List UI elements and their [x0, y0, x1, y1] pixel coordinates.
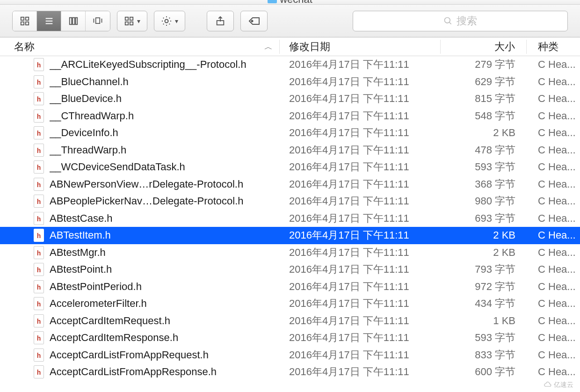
file-name: AcceptCardListFromAppResponse.h	[50, 366, 217, 378]
file-kind: C Hea...	[527, 366, 580, 378]
folder-icon	[268, 0, 277, 3]
svg-rect-2	[21, 22, 23, 24]
file-row[interactable]: __ARCLiteKeyedSubscripting__-Protocol.h2…	[0, 56, 580, 73]
column-header-size[interactable]: 大小	[441, 40, 527, 54]
tags-button[interactable]	[240, 11, 268, 31]
watermark: 亿速云	[541, 380, 576, 390]
file-date: 2016年4月17日 下午11:11	[280, 75, 441, 89]
file-size: 368 字节	[441, 177, 527, 191]
view-mode-group	[12, 11, 110, 31]
header-file-icon	[34, 246, 44, 259]
file-date: 2016年4月17日 下午11:11	[280, 143, 441, 157]
file-size: 2 KB	[441, 247, 527, 259]
file-name: __ARCLiteKeyedSubscripting__-Protocol.h	[50, 58, 246, 71]
file-date: 2016年4月17日 下午11:11	[280, 365, 441, 379]
file-kind: C Hea...	[527, 144, 580, 156]
file-size: 600 字节	[441, 365, 527, 379]
column-headers: 名称 ︿ 修改日期 大小 种类	[0, 37, 580, 56]
file-date: 2016年4月17日 下午11:11	[280, 211, 441, 225]
file-kind: C Hea...	[527, 110, 580, 122]
file-row[interactable]: ABtestPoint.h2016年4月17日 下午11:11793 字节C H…	[0, 261, 580, 278]
header-file-icon	[34, 229, 44, 242]
file-name: __BlueChannel.h	[50, 76, 129, 88]
file-kind: C Hea...	[527, 127, 580, 139]
search-placeholder: 搜索	[457, 14, 477, 28]
svg-rect-9	[75, 17, 77, 24]
search-input[interactable]: 搜索	[353, 11, 568, 31]
file-row[interactable]: __BlueChannel.h2016年4月17日 下午11:11629 字节C…	[0, 73, 580, 91]
file-row[interactable]: ABtestMgr.h2016年4月17日 下午11:112 KBC Hea..…	[0, 244, 580, 261]
file-name: AccelerometerFilter.h	[50, 298, 147, 310]
file-date: 2016年4月17日 下午11:11	[280, 92, 441, 106]
file-row[interactable]: __WCDeviceSendDataTask.h2016年4月17日 下午11:…	[0, 159, 580, 176]
file-kind: C Hea...	[527, 315, 580, 327]
file-name: ABtestCase.h	[50, 212, 113, 225]
file-kind: C Hea...	[527, 161, 580, 173]
header-file-icon	[34, 58, 44, 71]
column-header-name[interactable]: 名称 ︿	[0, 40, 280, 54]
view-coverflow[interactable]	[86, 11, 110, 31]
file-row[interactable]: ABtestCase.h2016年4月17日 下午11:11693 字节C He…	[0, 210, 580, 227]
file-size: 833 字节	[441, 348, 527, 362]
view-icon-grid[interactable]	[13, 11, 37, 31]
search-icon	[443, 16, 453, 26]
file-size: 972 字节	[441, 280, 527, 294]
file-row[interactable]: ABNewPersonView…rDelegate-Protocol.h2016…	[0, 176, 580, 193]
column-header-kind[interactable]: 种类	[527, 40, 580, 54]
file-row[interactable]: AcceptCardItemResponse.h2016年4月17日 下午11:…	[0, 329, 580, 347]
file-row[interactable]: __ThreadWarp.h2016年4月17日 下午11:11478 字节C …	[0, 142, 580, 159]
column-header-date[interactable]: 修改日期	[280, 40, 441, 54]
file-name: ABNewPersonView…rDelegate-Protocol.h	[50, 178, 243, 190]
svg-rect-7	[69, 17, 72, 24]
file-row[interactable]: __DeviceInfo.h2016年4月17日 下午11:112 KBC He…	[0, 124, 580, 142]
toolbar: ▾ ▾ 搜索	[0, 5, 580, 37]
svg-rect-10	[96, 18, 100, 23]
header-file-icon	[34, 144, 44, 157]
file-row[interactable]: ABPeoplePickerNav…Delegate-Protocol.h201…	[0, 193, 580, 210]
file-row[interactable]: ABtestPointPeriod.h2016年4月17日 下午11:11972…	[0, 278, 580, 296]
svg-rect-0	[21, 17, 23, 20]
file-row[interactable]: AcceptCardItemRequest.h2016年4月17日 下午11:1…	[0, 312, 580, 330]
svg-rect-14	[130, 17, 133, 20]
file-row[interactable]: AccelerometerFilter.h2016年4月17日 下午11:114…	[0, 295, 580, 312]
file-date: 2016年4月17日 下午11:11	[280, 109, 441, 123]
file-name: ABPeoplePickerNav…Delegate-Protocol.h	[50, 195, 244, 207]
file-row[interactable]: AcceptCardListFromAppResponse.h2016年4月17…	[0, 363, 580, 381]
file-size: 434 字节	[441, 297, 527, 311]
file-list: __ARCLiteKeyedSubscripting__-Protocol.h2…	[0, 56, 580, 392]
header-file-icon	[34, 195, 44, 208]
file-date: 2016年4月17日 下午11:11	[280, 297, 441, 311]
file-row[interactable]: __CThreadWarp.h2016年4月17日 下午11:11548 字节C…	[0, 108, 580, 125]
file-date: 2016年4月17日 下午11:11	[280, 228, 441, 242]
file-row[interactable]: __BlueDevice.h2016年4月17日 下午11:11815 字节C …	[0, 90, 580, 108]
svg-point-17	[165, 19, 168, 22]
file-kind: C Hea...	[527, 281, 580, 293]
svg-rect-1	[25, 17, 28, 20]
svg-point-20	[445, 17, 450, 23]
action-button[interactable]: ▾	[154, 11, 185, 31]
file-size: 793 字节	[441, 262, 527, 276]
view-columns[interactable]	[61, 11, 86, 31]
file-kind: C Hea...	[527, 263, 580, 276]
header-file-icon	[34, 280, 44, 293]
file-kind: C Hea...	[527, 229, 580, 241]
file-row[interactable]: ABTestItem.h2016年4月17日 下午11:112 KBC Hea.…	[0, 227, 580, 244]
file-name: ABtestMgr.h	[50, 247, 106, 259]
file-date: 2016年4月17日 下午11:11	[280, 58, 441, 72]
share-button[interactable]	[207, 11, 234, 31]
file-date: 2016年4月17日 下午11:11	[280, 126, 441, 140]
file-date: 2016年4月17日 下午11:11	[280, 177, 441, 191]
file-name: AcceptCardItemRequest.h	[50, 315, 170, 327]
file-row[interactable]: AcceptCardListFromAppRequest.h2016年4月17日…	[0, 347, 580, 364]
file-size: 980 字节	[441, 194, 527, 208]
arrange-button[interactable]: ▾	[117, 11, 147, 31]
header-file-icon	[34, 314, 44, 327]
view-list[interactable]	[37, 11, 61, 31]
file-name: __WCDeviceSendDataTask.h	[50, 161, 185, 173]
header-file-icon	[34, 178, 44, 191]
svg-rect-8	[72, 17, 75, 24]
file-date: 2016年4月17日 下午11:11	[280, 262, 441, 276]
sort-indicator-icon: ︿	[264, 41, 273, 52]
file-size: 693 字节	[441, 211, 527, 225]
file-name: ABTestItem.h	[50, 229, 111, 241]
